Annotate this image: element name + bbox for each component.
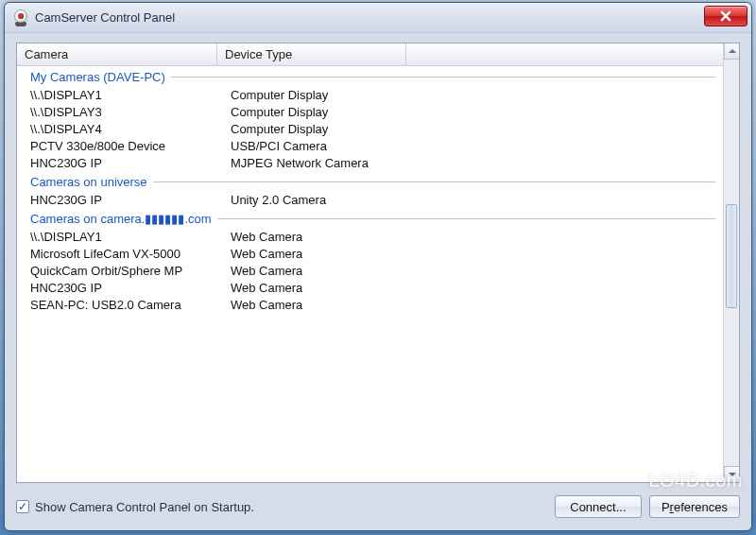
cell-device-type: Web Camera [231, 281, 302, 295]
preferences-button-label: Preferences [662, 500, 728, 514]
cell-camera: SEAN-PC: USB2.0 Camera [30, 298, 231, 312]
window-title: CamServer Control Panel [35, 10, 175, 25]
cell-device-type: USB/PCI Camera [231, 139, 327, 153]
list-item[interactable]: \\.\DISPLAY3Computer Display [17, 103, 723, 120]
cell-camera: Microsoft LifeCam VX-5000 [30, 247, 231, 261]
cell-camera: \\.\DISPLAY1 [30, 230, 231, 244]
group-header[interactable]: Cameras on camera.▮▮▮▮▮▮.com [17, 208, 723, 228]
scroll-down-button[interactable] [724, 466, 740, 482]
group-header[interactable]: Cameras on universe [17, 171, 723, 191]
close-button[interactable] [704, 6, 747, 26]
cell-camera: HNC230G IP [30, 156, 231, 170]
camera-list: Camera Device Type My Cameras (DAVE-PC)\… [16, 43, 740, 483]
cell-device-type: Web Camera [231, 247, 302, 261]
scroll-up-button[interactable] [724, 43, 740, 60]
title-bar[interactable]: CamServer Control Panel [5, 3, 751, 33]
list-item[interactable]: SEAN-PC: USB2.0 CameraWeb Camera [17, 296, 723, 313]
check-icon: ✓ [18, 500, 27, 513]
list-item[interactable]: Microsoft LifeCam VX-5000Web Camera [17, 245, 723, 262]
preferences-button[interactable]: Preferences [649, 495, 740, 518]
scroll-thumb[interactable] [726, 204, 737, 308]
startup-checkbox-label: Show Camera Control Panel on Startup. [35, 500, 254, 514]
connect-button-label: Connect... [570, 500, 626, 514]
list-content: Camera Device Type My Cameras (DAVE-PC)\… [17, 43, 723, 482]
column-headers: Camera Device Type [17, 43, 723, 66]
cell-camera: \\.\DISPLAY3 [30, 105, 231, 119]
vertical-scrollbar[interactable] [723, 43, 739, 482]
client-area: Camera Device Type My Cameras (DAVE-PC)\… [5, 33, 751, 530]
column-header-device-type[interactable]: Device Type [217, 43, 406, 65]
cell-device-type: Computer Display [231, 122, 328, 136]
list-item[interactable]: HNC230G IPWeb Camera [17, 279, 723, 296]
list-item[interactable]: \\.\DISPLAY1Web Camera [17, 228, 723, 245]
connect-button[interactable]: Connect... [555, 495, 642, 518]
cell-device-type: MJPEG Network Camera [231, 156, 369, 170]
column-header-spacer[interactable] [406, 43, 723, 65]
cell-device-type: Web Camera [231, 230, 302, 244]
cell-camera: HNC230G IP [30, 281, 231, 295]
cell-device-type: Web Camera [231, 264, 302, 278]
list-item[interactable]: \\.\DISPLAY1Computer Display [17, 86, 723, 103]
group-divider [171, 77, 715, 78]
column-header-camera[interactable]: Camera [17, 43, 217, 65]
list-item[interactable]: HNC230G IPMJPEG Network Camera [17, 154, 723, 171]
startup-checkbox[interactable]: ✓ [16, 500, 29, 513]
list-item[interactable]: HNC230G IPUnity 2.0 Camera [17, 191, 723, 208]
close-icon [720, 10, 731, 22]
cell-camera: PCTV 330e/800e Device [30, 139, 231, 153]
cell-device-type: Computer Display [231, 88, 328, 102]
list-item[interactable]: QuickCam Orbit/Sphere MPWeb Camera [17, 262, 723, 279]
app-window: CamServer Control Panel Camera Device Ty… [4, 2, 752, 531]
cell-camera: HNC230G IP [30, 193, 231, 207]
startup-checkbox-group[interactable]: ✓ Show Camera Control Panel on Startup. [16, 500, 547, 514]
cell-device-type: Unity 2.0 Camera [231, 193, 326, 207]
app-icon [12, 9, 29, 26]
group-divider [153, 181, 715, 182]
list-item[interactable]: \\.\DISPLAY4Computer Display [17, 120, 723, 137]
cell-device-type: Computer Display [231, 105, 328, 119]
cell-camera: QuickCam Orbit/Sphere MP [30, 264, 231, 278]
group-header[interactable]: My Cameras (DAVE-PC) [17, 66, 723, 86]
chevron-down-icon [729, 471, 736, 478]
group-label: Cameras on camera.▮▮▮▮▮▮.com [30, 212, 212, 226]
chevron-up-icon [729, 47, 736, 55]
list-rows: My Cameras (DAVE-PC)\\.\DISPLAY1Computer… [17, 66, 723, 319]
bottom-bar: ✓ Show Camera Control Panel on Startup. … [16, 492, 740, 521]
cell-device-type: Web Camera [231, 298, 302, 312]
group-label: Cameras on universe [30, 175, 147, 189]
group-divider [217, 218, 715, 219]
cell-camera: \\.\DISPLAY4 [30, 122, 231, 136]
group-label: My Cameras (DAVE-PC) [30, 70, 165, 84]
cell-camera: \\.\DISPLAY1 [30, 88, 231, 102]
list-item[interactable]: PCTV 330e/800e DeviceUSB/PCI Camera [17, 137, 723, 154]
